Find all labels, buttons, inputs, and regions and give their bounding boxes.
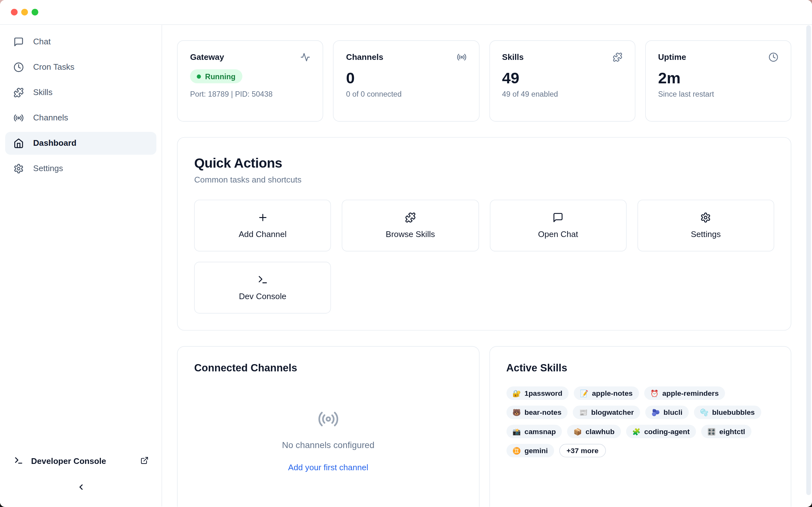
sidebar-item-label: Cron Tasks <box>33 63 74 72</box>
quick-actions-panel: Quick Actions Common tasks and shortcuts… <box>177 137 791 331</box>
sidebar-item-label: Settings <box>33 164 63 173</box>
titlebar <box>0 0 812 25</box>
sidebar-item-dashboard[interactable]: Dashboard <box>5 132 156 155</box>
skill-badge-apple-reminders[interactable]: ⏰apple-reminders <box>644 387 725 400</box>
stat-title: Skills <box>502 53 524 62</box>
quick-action-dev-console-button[interactable]: Dev Console <box>194 262 331 314</box>
app-body: ChatCron TasksSkillsChannelsDashboardSet… <box>0 25 812 506</box>
sidebar-nav: ChatCron TasksSkillsChannelsDashboardSet… <box>0 25 161 182</box>
channels-empty-text: No channels configured <box>282 440 374 451</box>
terminal-icon <box>14 456 23 465</box>
skill-emoji-icon: 🫧 <box>700 408 709 416</box>
skill-badge-camsnap[interactable]: 📸camsnap <box>506 425 562 438</box>
skill-emoji-icon: 📰 <box>579 408 588 416</box>
radio-icon <box>317 408 339 430</box>
status-badge: Running <box>190 69 242 83</box>
connected-channels-panel: Connected Channels No channels configure… <box>177 346 479 506</box>
stat-value: 0 <box>346 69 466 87</box>
sidebar-footer: Developer Console <box>0 454 161 507</box>
sidebar-item-label: Chat <box>33 38 50 47</box>
stat-note: Port: 18789 | PID: 50438 <box>190 90 310 98</box>
screen: ChatCron TasksSkillsChannelsDashboardSet… <box>0 0 812 507</box>
active-skills-title: Active Skills <box>506 362 774 374</box>
dashboard-main: GatewayRunningPort: 18789 | PID: 50438Ch… <box>162 25 812 506</box>
stat-card-channels: Channels00 of 0 connected <box>333 40 479 121</box>
stat-value: 2m <box>658 69 778 87</box>
skill-name: blogwatcher <box>591 408 634 416</box>
skill-emoji-icon: 📦 <box>573 428 582 435</box>
skill-name: gemini <box>524 447 548 455</box>
close-window-button[interactable] <box>11 9 17 15</box>
active-skills-panel: Active Skills 🔐1password📝apple-notes⏰app… <box>489 346 792 506</box>
status-badge-label: Running <box>205 72 236 80</box>
quick-action-add-channel-button[interactable]: Add Channel <box>194 200 331 251</box>
stat-detail: Since last restart <box>658 90 778 98</box>
skill-emoji-icon: ♊️ <box>513 447 521 454</box>
stat-card-uptime: Uptime2mSince last restart <box>645 40 792 121</box>
gear-icon <box>700 212 711 223</box>
skill-emoji-icon: 📝 <box>580 389 589 397</box>
skills-badges: 🔐1password📝apple-notes⏰apple-reminders🐻b… <box>506 387 774 458</box>
bottom-row: Connected Channels No channels configure… <box>177 346 791 506</box>
skill-badge-1password[interactable]: 🔐1password <box>506 387 569 400</box>
sidebar-item-cron-tasks[interactable]: Cron Tasks <box>5 56 156 78</box>
quick-action-label: Add Channel <box>239 230 287 239</box>
connected-channels-title: Connected Channels <box>194 362 462 374</box>
quick-action-settings-button[interactable]: Settings <box>637 200 774 251</box>
skill-badge-clawhub[interactable]: 📦clawhub <box>567 425 621 438</box>
puzzle-icon <box>405 212 416 223</box>
quick-action-label: Browse Skills <box>386 230 435 239</box>
status-dot-icon <box>197 74 201 78</box>
skill-badge-coding-agent[interactable]: 🧩coding-agent <box>626 425 696 438</box>
sidebar-item-skills[interactable]: Skills <box>5 81 156 104</box>
stat-title: Channels <box>346 53 384 62</box>
external-link-icon <box>140 456 148 467</box>
stats-row: GatewayRunningPort: 18789 | PID: 50438Ch… <box>177 40 791 121</box>
clock-icon <box>13 62 24 72</box>
stat-card-skills: Skills4949 of 49 enabled <box>489 40 635 121</box>
add-first-channel-link[interactable]: Add your first channel <box>288 463 368 472</box>
chat-icon <box>13 37 24 47</box>
skill-emoji-icon: 🫐 <box>652 408 660 416</box>
skill-emoji-icon: 📸 <box>513 428 521 435</box>
skill-badge-blucli[interactable]: 🫐blucli <box>645 406 689 419</box>
sidebar-item-label: Skills <box>33 88 52 97</box>
stat-detail: 49 of 49 enabled <box>502 90 622 98</box>
skill-badge-bluebubbles[interactable]: 🫧bluebubbles <box>694 406 761 419</box>
developer-console-label: Developer Console <box>31 457 106 466</box>
skill-badge-bear-notes[interactable]: 🐻bear-notes <box>506 406 568 419</box>
stat-title: Uptime <box>658 53 687 62</box>
more-skills-badge[interactable]: +37 more <box>559 444 606 457</box>
vertical-scrollbar[interactable] <box>806 25 811 495</box>
quick-action-open-chat-button[interactable]: Open Chat <box>490 200 626 251</box>
activity-icon <box>300 52 310 62</box>
skill-name: bear-notes <box>524 408 561 416</box>
puzzle-icon <box>13 88 24 98</box>
quick-action-label: Settings <box>691 230 721 239</box>
quick-action-label: Dev Console <box>239 292 287 301</box>
skill-name: apple-reminders <box>662 389 719 397</box>
radio-icon <box>456 52 466 62</box>
zoom-window-button[interactable] <box>32 9 38 15</box>
chat-icon <box>553 212 563 223</box>
quick-action-browse-skills-button[interactable]: Browse Skills <box>342 200 478 251</box>
stat-value: 49 <box>502 69 622 87</box>
sidebar-item-channels[interactable]: Channels <box>5 107 156 129</box>
skill-name: apple-notes <box>592 389 632 397</box>
sidebar-item-settings[interactable]: Settings <box>5 157 156 180</box>
skill-badge-gemini[interactable]: ♊️gemini <box>506 444 554 457</box>
sidebar-item-label: Dashboard <box>33 139 76 148</box>
sidebar-item-chat[interactable]: Chat <box>5 31 156 53</box>
skill-badge-eightctl[interactable]: 🎛️eightctl <box>701 425 751 438</box>
skill-badge-blogwatcher[interactable]: 📰blogwatcher <box>573 406 640 419</box>
stat-card-gateway: GatewayRunningPort: 18789 | PID: 50438 <box>177 40 323 121</box>
skill-name: clawhub <box>586 428 614 436</box>
channels-empty-state: No channels configured Add your first ch… <box>194 408 462 472</box>
external-icon <box>140 456 148 464</box>
stat-detail: 0 of 0 connected <box>346 90 466 98</box>
minimize-window-button[interactable] <box>21 9 28 15</box>
collapse-sidebar-button[interactable] <box>0 483 161 506</box>
skill-badge-apple-notes[interactable]: 📝apple-notes <box>574 387 639 400</box>
developer-console-button[interactable]: Developer Console <box>0 454 161 469</box>
clock-icon <box>768 52 778 62</box>
